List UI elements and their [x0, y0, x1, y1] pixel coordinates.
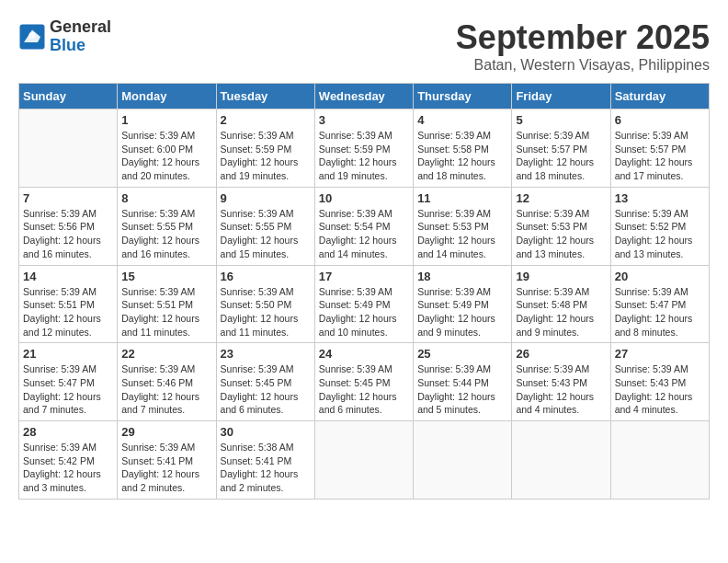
calendar-cell: 4Sunrise: 5:39 AM Sunset: 5:58 PM Daylig… — [414, 109, 512, 188]
calendar-cell: 19Sunrise: 5:39 AM Sunset: 5:48 PM Dayli… — [512, 265, 610, 343]
day-number: 18 — [417, 270, 507, 283]
calendar-table: SundayMondayTuesdayWednesdayThursdayFrid… — [18, 83, 710, 500]
day-info: Sunrise: 5:39 AM Sunset: 5:53 PM Dayligh… — [417, 207, 507, 261]
day-info: Sunrise: 5:39 AM Sunset: 5:56 PM Dayligh… — [23, 207, 113, 261]
day-number: 3 — [319, 113, 409, 127]
calendar-cell: 25Sunrise: 5:39 AM Sunset: 5:44 PM Dayli… — [414, 343, 512, 421]
calendar-cell: 17Sunrise: 5:39 AM Sunset: 5:49 PM Dayli… — [314, 265, 413, 343]
day-number: 16 — [221, 270, 311, 283]
calendar-week-4: 21Sunrise: 5:39 AM Sunset: 5:47 PM Dayli… — [19, 343, 710, 421]
calendar-week-1: 1Sunrise: 5:39 AM Sunset: 6:00 PM Daylig… — [19, 109, 710, 188]
calendar-cell: 14Sunrise: 5:39 AM Sunset: 5:51 PM Dayli… — [19, 265, 118, 343]
day-number: 11 — [417, 191, 507, 205]
calendar-cell: 2Sunrise: 5:39 AM Sunset: 5:59 PM Daylig… — [216, 109, 314, 188]
calendar-cell: 29Sunrise: 5:39 AM Sunset: 5:41 PM Dayli… — [118, 421, 216, 500]
day-info: Sunrise: 5:39 AM Sunset: 5:47 PM Dayligh… — [615, 285, 705, 339]
calendar-cell: 12Sunrise: 5:39 AM Sunset: 5:53 PM Dayli… — [512, 187, 610, 265]
calendar-cell: 13Sunrise: 5:39 AM Sunset: 5:52 PM Dayli… — [610, 187, 709, 265]
day-number: 5 — [516, 113, 606, 127]
day-number: 8 — [121, 191, 211, 205]
day-info: Sunrise: 5:39 AM Sunset: 5:57 PM Dayligh… — [516, 129, 606, 183]
calendar-cell — [19, 109, 118, 188]
calendar-header-row: SundayMondayTuesdayWednesdayThursdayFrid… — [19, 84, 710, 109]
day-info: Sunrise: 5:39 AM Sunset: 5:50 PM Dayligh… — [221, 285, 311, 339]
day-number: 15 — [121, 270, 211, 283]
weekday-header-sunday: Sunday — [19, 84, 118, 109]
day-info: Sunrise: 5:39 AM Sunset: 5:55 PM Dayligh… — [121, 207, 211, 261]
calendar-week-3: 14Sunrise: 5:39 AM Sunset: 5:51 PM Dayli… — [19, 265, 710, 343]
day-info: Sunrise: 5:39 AM Sunset: 5:59 PM Dayligh… — [319, 129, 409, 183]
calendar-cell: 15Sunrise: 5:39 AM Sunset: 5:51 PM Dayli… — [118, 265, 216, 343]
calendar-cell: 11Sunrise: 5:39 AM Sunset: 5:53 PM Dayli… — [414, 187, 512, 265]
day-number: 27 — [615, 347, 705, 361]
day-number: 10 — [319, 191, 409, 205]
day-number: 14 — [23, 270, 113, 283]
day-number: 19 — [516, 270, 606, 283]
calendar-cell: 16Sunrise: 5:39 AM Sunset: 5:50 PM Dayli… — [216, 265, 314, 343]
logo-blue: Blue — [50, 37, 111, 55]
day-number: 17 — [319, 270, 409, 283]
day-info: Sunrise: 5:39 AM Sunset: 5:59 PM Dayligh… — [221, 129, 311, 183]
day-number: 25 — [417, 347, 507, 361]
day-info: Sunrise: 5:39 AM Sunset: 5:42 PM Dayligh… — [23, 441, 113, 495]
weekday-header-friday: Friday — [512, 84, 610, 109]
calendar-cell: 27Sunrise: 5:39 AM Sunset: 5:43 PM Dayli… — [610, 343, 709, 421]
day-number: 7 — [23, 191, 113, 205]
title-block: September 2025 Batan, Western Visayas, P… — [456, 18, 710, 74]
calendar-cell: 18Sunrise: 5:39 AM Sunset: 5:49 PM Dayli… — [414, 265, 512, 343]
day-number: 12 — [516, 191, 606, 205]
page-header: General Blue September 2025 Batan, Weste… — [18, 18, 710, 74]
day-number: 29 — [121, 425, 211, 439]
day-info: Sunrise: 5:39 AM Sunset: 5:51 PM Dayligh… — [23, 285, 113, 339]
logo: General Blue — [18, 18, 111, 55]
calendar-week-2: 7Sunrise: 5:39 AM Sunset: 5:56 PM Daylig… — [19, 187, 710, 265]
calendar-cell — [414, 421, 512, 500]
calendar-cell: 8Sunrise: 5:39 AM Sunset: 5:55 PM Daylig… — [118, 187, 216, 265]
calendar-cell: 5Sunrise: 5:39 AM Sunset: 5:57 PM Daylig… — [512, 109, 610, 188]
day-info: Sunrise: 5:38 AM Sunset: 5:41 PM Dayligh… — [221, 441, 311, 495]
logo-general: General — [50, 18, 111, 37]
calendar-cell: 1Sunrise: 5:39 AM Sunset: 6:00 PM Daylig… — [118, 109, 216, 188]
day-info: Sunrise: 5:39 AM Sunset: 5:43 PM Dayligh… — [615, 362, 705, 417]
calendar-cell: 23Sunrise: 5:39 AM Sunset: 5:45 PM Dayli… — [216, 343, 314, 421]
day-info: Sunrise: 5:39 AM Sunset: 5:48 PM Dayligh… — [516, 285, 606, 339]
day-info: Sunrise: 5:39 AM Sunset: 5:57 PM Dayligh… — [615, 129, 705, 183]
day-number: 26 — [516, 347, 606, 361]
calendar-cell: 9Sunrise: 5:39 AM Sunset: 5:55 PM Daylig… — [216, 187, 314, 265]
day-info: Sunrise: 5:39 AM Sunset: 6:00 PM Dayligh… — [121, 129, 211, 183]
day-info: Sunrise: 5:39 AM Sunset: 5:45 PM Dayligh… — [319, 362, 409, 417]
calendar-cell: 26Sunrise: 5:39 AM Sunset: 5:43 PM Dayli… — [512, 343, 610, 421]
day-info: Sunrise: 5:39 AM Sunset: 5:55 PM Dayligh… — [221, 207, 311, 261]
logo-icon — [18, 23, 46, 51]
weekday-header-thursday: Thursday — [414, 84, 512, 109]
calendar-subtitle: Batan, Western Visayas, Philippines — [456, 57, 710, 74]
calendar-cell: 20Sunrise: 5:39 AM Sunset: 5:47 PM Dayli… — [610, 265, 709, 343]
day-number: 13 — [615, 191, 705, 205]
day-number: 2 — [221, 113, 311, 127]
day-number: 30 — [221, 425, 311, 439]
day-info: Sunrise: 5:39 AM Sunset: 5:54 PM Dayligh… — [319, 207, 409, 261]
logo-text: General Blue — [50, 18, 111, 55]
calendar-cell: 6Sunrise: 5:39 AM Sunset: 5:57 PM Daylig… — [610, 109, 709, 188]
day-number: 6 — [615, 113, 705, 127]
weekday-header-wednesday: Wednesday — [314, 84, 413, 109]
calendar-title: September 2025 — [456, 18, 710, 57]
day-info: Sunrise: 5:39 AM Sunset: 5:52 PM Dayligh… — [615, 207, 705, 261]
day-number: 24 — [319, 347, 409, 361]
day-info: Sunrise: 5:39 AM Sunset: 5:45 PM Dayligh… — [221, 362, 311, 417]
calendar-cell: 7Sunrise: 5:39 AM Sunset: 5:56 PM Daylig… — [19, 187, 118, 265]
day-number: 23 — [221, 347, 311, 361]
day-number: 9 — [221, 191, 311, 205]
day-info: Sunrise: 5:39 AM Sunset: 5:46 PM Dayligh… — [121, 362, 211, 417]
day-number: 1 — [121, 113, 211, 127]
day-info: Sunrise: 5:39 AM Sunset: 5:58 PM Dayligh… — [417, 129, 507, 183]
calendar-week-5: 28Sunrise: 5:39 AM Sunset: 5:42 PM Dayli… — [19, 421, 710, 500]
day-number: 20 — [615, 270, 705, 283]
calendar-cell: 22Sunrise: 5:39 AM Sunset: 5:46 PM Dayli… — [118, 343, 216, 421]
day-info: Sunrise: 5:39 AM Sunset: 5:53 PM Dayligh… — [516, 207, 606, 261]
calendar-cell: 3Sunrise: 5:39 AM Sunset: 5:59 PM Daylig… — [314, 109, 413, 188]
weekday-header-tuesday: Tuesday — [216, 84, 314, 109]
calendar-cell: 21Sunrise: 5:39 AM Sunset: 5:47 PM Dayli… — [19, 343, 118, 421]
day-info: Sunrise: 5:39 AM Sunset: 5:47 PM Dayligh… — [23, 362, 113, 417]
day-info: Sunrise: 5:39 AM Sunset: 5:49 PM Dayligh… — [319, 285, 409, 339]
